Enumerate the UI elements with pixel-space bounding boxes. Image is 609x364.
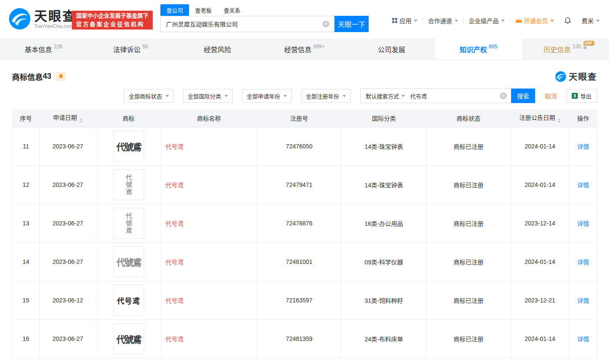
logo-text-block: 天眼查 TianYanCha.com — [34, 9, 77, 29]
gov-badge-line1: 国家中小企业发展子基金旗下 — [76, 12, 148, 20]
filter-dropdown-label: 全部商标状态 — [129, 92, 162, 100]
cell-status: 商标已注册 — [426, 127, 511, 166]
cell-apply-date: 2023-06-27 — [40, 320, 96, 358]
company-detail-tab[interactable]: 基本信息 226 — [0, 38, 87, 59]
col-mark: 商标 — [96, 109, 161, 127]
company-detail-tab[interactable]: 历史信息 135 VIP — [522, 38, 609, 59]
menu-cooperation[interactable]: 合作通道 — [423, 16, 463, 25]
logo-domain: TianYanCha.com — [34, 24, 77, 29]
search-mode-dropdown[interactable]: 默认搜索方式 — [361, 92, 410, 100]
trademark-image[interactable]: 代號鳶 — [113, 208, 144, 239]
trademark-image[interactable]: 代號鳶 — [113, 246, 144, 277]
company-detail-tab[interactable]: 经营风险 — [174, 38, 261, 59]
chevron-down-icon — [455, 20, 458, 22]
tab-label: 基本信息 — [25, 44, 52, 54]
trademark-image[interactable]: 代号鸢 — [113, 285, 144, 316]
detail-link[interactable]: 详情 — [577, 182, 589, 189]
detail-link[interactable]: 详情 — [577, 259, 589, 266]
trademark-row: 16 2023-06-27 代號鳶 代号鸢 72481359 24类-布料床单 … — [12, 320, 597, 358]
search-type-tab[interactable]: 查老板 — [189, 4, 218, 16]
detail-link[interactable]: 详情 — [577, 220, 589, 227]
search-type-tab[interactable]: 查关系 — [218, 4, 246, 16]
cell-action: 详情 — [569, 166, 597, 204]
company-detail-tab[interactable]: 经营信息 999+ — [261, 38, 348, 59]
cell-action: 详情 — [569, 281, 597, 320]
export-button-label: 导出 — [580, 92, 591, 100]
menu-open-vip[interactable]: 开通会员 — [510, 16, 559, 25]
chevron-down-icon — [596, 20, 600, 22]
vip-badge: VIP — [583, 41, 594, 46]
tab-label: 经营信息 — [284, 44, 311, 54]
menu-cooperation-label: 合作通道 — [428, 16, 452, 25]
tab-count: 999+ — [313, 44, 325, 50]
subscribe-bell-button[interactable] — [56, 72, 66, 81]
cell-mark: 代號鳶 — [96, 204, 161, 243]
filter-dropdown[interactable]: 全部国际分类 — [183, 89, 233, 103]
detail-link[interactable]: 详情 — [577, 297, 589, 304]
cell-announce-date: 2024-01-14 — [511, 166, 569, 204]
tab-label: 知识产权 — [460, 44, 487, 54]
filter-bar: 全部商标状态 全部国际分类 全部申请年份 全部注册年份 默认搜索方式 代号鸢 — [0, 87, 609, 109]
cell-mark: 代号鸢 — [96, 281, 161, 320]
cell-trademark-name: 代号鸢 — [161, 243, 257, 281]
filter-dropdown[interactable]: 全部申请年份 — [242, 89, 292, 103]
cell-mark: 代號鳶 — [96, 127, 161, 166]
col-action: 操作 — [569, 109, 597, 127]
trademark-image[interactable]: 代號鳶 — [113, 323, 144, 354]
trademark-glyph: 代號鳶 — [124, 174, 133, 196]
top-menu: 应用 合作通道 企业级产品 开通会员 费米 — [387, 16, 605, 25]
cell-reg-no: 72163597 — [257, 281, 342, 320]
notification-bell-button[interactable] — [559, 17, 576, 24]
cell-reg-no: 72478876 — [257, 204, 342, 243]
trademark-glyph: 代號鳶 — [116, 332, 141, 345]
detail-link[interactable]: 详情 — [577, 336, 589, 343]
trademark-keyword-input[interactable]: 代号鸢 — [410, 92, 500, 100]
top-header: 天眼查 TianYanCha.com 国家中小企业发展子基金旗下 官方备案企业征… — [0, 0, 609, 38]
filter-dropdown[interactable]: 全部商标状态 — [124, 89, 174, 103]
tab-count: 895 — [489, 44, 497, 50]
company-search-input[interactable]: 广州灵犀互动娱乐有限公司 — [160, 16, 334, 32]
menu-user-account[interactable]: 费米 — [576, 16, 605, 25]
col-announce-date-label: 注册公告日期 — [519, 114, 555, 121]
menu-user-label: 费米 — [582, 16, 594, 25]
trademark-image[interactable]: 代號鳶 — [113, 169, 144, 200]
cell-announce-date: 2024-01-14 — [511, 127, 569, 166]
trademark-search-button[interactable]: 搜索 — [511, 89, 535, 103]
menu-apps[interactable]: 应用 — [387, 16, 423, 25]
filter-dropdown[interactable]: 全部注册年份 — [301, 89, 351, 103]
tianyancha-watermark-icon — [555, 71, 566, 82]
trademark-table: 序号 申请日期 商标 商标名称 注册号 国际分类 商标状态 注册公告日期 操作 … — [12, 109, 597, 358]
cancel-search-link[interactable]: 取消 — [545, 92, 557, 100]
sort-icon[interactable] — [557, 118, 561, 123]
detail-link[interactable]: 详情 — [577, 143, 589, 150]
bell-icon — [564, 17, 571, 24]
cell-no: 11 — [12, 127, 40, 166]
cell-apply-date: 2023-06-12 — [40, 281, 96, 320]
trademark-image[interactable]: 代號鳶 — [113, 131, 144, 162]
cell-announce-date: 2024-01-14 — [511, 320, 569, 358]
company-detail-tab[interactable]: 知识产权 895 — [435, 38, 522, 59]
tianyan-search-button[interactable]: 天眼一下 — [334, 16, 369, 32]
tab-label: 法律诉讼 — [113, 44, 140, 54]
company-detail-tab[interactable]: 法律诉讼 59 — [87, 38, 174, 59]
export-button[interactable]: X 导出 — [566, 89, 597, 103]
company-detail-tab[interactable]: 公司发展 — [348, 38, 435, 59]
excel-icon: X — [572, 93, 578, 99]
trademark-row: 11 2023-06-27 代號鳶 代号鸢 72476050 14类-珠宝钟表 … — [12, 127, 597, 166]
col-intl-class: 国际分类 — [342, 109, 426, 127]
tianyancha-logo[interactable]: 天眼查 TianYanCha.com — [9, 8, 77, 30]
clear-search-icon[interactable] — [322, 21, 329, 27]
cell-action: 详情 — [569, 243, 597, 281]
cell-apply-date: 2023-06-27 — [40, 243, 96, 281]
chevron-down-icon — [284, 95, 287, 97]
search-input-value: 广州灵犀互动娱乐有限公司 — [166, 20, 238, 28]
trademark-section: 商标信息43 天眼查 全部商标状态 全部国际分类 — [0, 60, 609, 358]
sort-icon[interactable] — [79, 118, 83, 123]
trademark-search-box: 默认搜索方式 代号鸢 搜索 — [360, 89, 535, 103]
section-title: 商标信息 — [12, 71, 43, 82]
clear-keyword-icon[interactable] — [500, 92, 507, 99]
trademark-row: 13 2023-06-27 代號鳶 代号鸢 72478876 16类-办公用品 … — [12, 204, 597, 243]
menu-enterprise-products[interactable]: 企业级产品 — [464, 16, 510, 25]
cell-trademark-name: 代号鸢 — [161, 204, 257, 243]
search-type-tab[interactable]: 查公司 — [160, 4, 189, 16]
